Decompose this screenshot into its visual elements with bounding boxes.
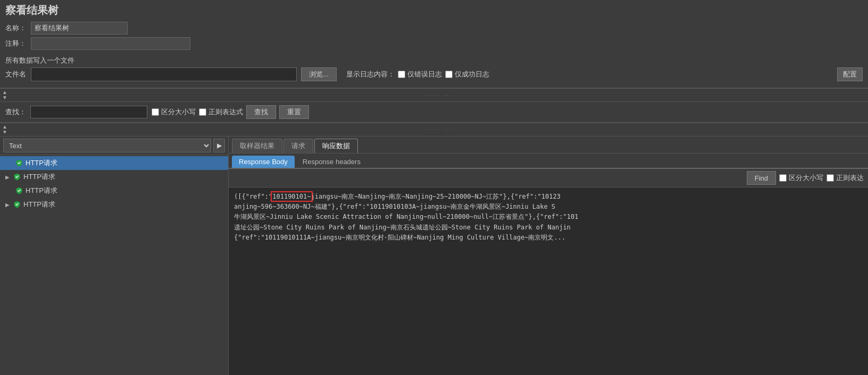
right-panel: 取样器结果 请求 响应数据 Response Body Response hea… — [229, 137, 868, 375]
content-prefix: ([{"ref":" — [234, 193, 272, 200]
divider-1: ▲ ▼ ··· ··· ··· — [0, 88, 868, 102]
file-row: 文件名 浏览... 显示日志内容： 仅错误日志 仅成功日志 配置 — [5, 67, 863, 81]
content-case-option[interactable]: 区分大小写 — [779, 173, 823, 183]
bottom-panel: Text ▶ HTTP请求 — [0, 137, 868, 375]
browse-button[interactable]: 浏览... — [301, 67, 337, 81]
tree-item[interactable]: HTTP请求 — [0, 184, 228, 198]
regex-label: 正则表达式 — [208, 107, 243, 117]
reset-button[interactable]: 重置 — [279, 105, 309, 119]
log-options: 显示日志内容： 仅错误日志 仅成功日志 — [346, 70, 489, 79]
content-area: Find 区分大小写 正则表达 ([{"ref":"101190101~jian… — [229, 169, 868, 375]
config-button[interactable]: 配置 — [837, 67, 863, 81]
response-content: ([{"ref":"101190101~jiangsu~南京~Nanjing~南… — [229, 188, 868, 375]
shield-icon — [15, 186, 23, 195]
type-selector-row: Text ▶ — [0, 137, 228, 155]
case-sensitive-option[interactable]: 区分大小写 — [152, 107, 196, 117]
comment-label: 注释： — [5, 39, 27, 48]
highlighted-ref: 101190101~ — [272, 193, 311, 200]
tree-item[interactable]: ▶ HTTP请求 — [0, 170, 228, 184]
drag-handle-2: ··· ··· ··· — [10, 127, 866, 133]
sub-tabs-row: Response Body Response headers — [229, 154, 868, 169]
tree-list: HTTP请求 ▶ HTTP请求 — [0, 155, 228, 375]
comment-row: 注释： — [5, 37, 863, 50]
content-case-label: 区分大小写 — [789, 173, 823, 183]
divider-2: ▲ ▼ ··· ··· ··· — [0, 123, 868, 137]
shield-icon — [13, 200, 21, 209]
log-options-label: 显示日志内容： — [346, 70, 395, 79]
expand-icon[interactable]: ▶ — [4, 201, 11, 208]
success-log-label: 仅成功日志 — [455, 70, 489, 79]
tree-item-label: HTTP请求 — [26, 186, 57, 195]
error-log-option[interactable]: 仅错误日志 — [398, 70, 442, 79]
type-select[interactable]: Text — [3, 139, 211, 152]
tree-item-label: HTTP请求 — [26, 158, 57, 168]
success-log-option[interactable]: 仅成功日志 — [445, 70, 489, 79]
arrow-down-1[interactable]: ▼ — [2, 95, 7, 100]
tree-item[interactable]: HTTP请求 — [0, 156, 228, 170]
content-case-checkbox[interactable] — [779, 174, 787, 182]
case-sensitive-label: 区分大小写 — [161, 107, 196, 117]
error-log-checkbox[interactable] — [398, 71, 405, 78]
content-regex-option[interactable]: 正则表达 — [827, 173, 864, 183]
name-row: 名称： — [5, 22, 863, 35]
sub-tab-body[interactable]: Response Body — [232, 156, 295, 168]
top-panel: 察看结果树 名称： 注释： 所有数据写入一个文件 文件名 浏览... 显示日志内… — [0, 0, 868, 88]
tab-response[interactable]: 响应数据 — [314, 139, 358, 153]
name-label: 名称： — [5, 23, 27, 33]
filename-label: 文件名 — [5, 70, 27, 79]
arrow-down-2[interactable]: ▼ — [2, 130, 7, 135]
filename-input[interactable] — [31, 67, 297, 81]
success-log-checkbox[interactable] — [445, 71, 453, 78]
main-tabs-row: 取样器结果 请求 响应数据 — [229, 137, 868, 154]
tab-request[interactable]: 请求 — [283, 139, 313, 153]
all-data-label: 所有数据写入一个文件 — [5, 56, 863, 65]
page-title: 察看结果树 — [5, 3, 863, 18]
name-input[interactable] — [31, 22, 128, 35]
shield-icon — [13, 173, 21, 181]
search-label: 查找： — [5, 107, 26, 117]
comment-input[interactable] — [31, 37, 190, 50]
search-row: 查找： 区分大小写 正则表达式 查找 重置 — [0, 102, 868, 123]
sub-tab-headers[interactable]: Response headers — [296, 156, 368, 168]
left-panel: Text ▶ HTTP请求 — [0, 137, 229, 375]
content-regex-label: 正则表达 — [836, 173, 864, 183]
find-button[interactable]: 查找 — [246, 105, 276, 119]
drag-handle-1: ··· ··· ··· — [10, 92, 866, 98]
find-row: Find 区分大小写 正则表达 — [229, 169, 868, 188]
expand-icon[interactable]: ▶ — [4, 174, 11, 180]
content-regex-checkbox[interactable] — [827, 174, 834, 182]
regex-option[interactable]: 正则表达式 — [199, 107, 243, 117]
content-find-button[interactable]: Find — [747, 171, 776, 185]
case-sensitive-checkbox[interactable] — [152, 108, 159, 116]
main-container: 察看结果树 名称： 注释： 所有数据写入一个文件 文件名 浏览... 显示日志内… — [0, 0, 868, 375]
shield-icon — [15, 159, 23, 167]
search-input[interactable] — [30, 106, 147, 118]
tree-item[interactable]: ▶ HTTP请求 — [0, 198, 228, 211]
collapse-arrows-2: ▲ ▼ — [2, 124, 7, 135]
regex-checkbox[interactable] — [199, 108, 206, 116]
collapse-arrows-1: ▲ ▼ — [2, 90, 7, 100]
error-log-label: 仅错误日志 — [407, 70, 442, 79]
tab-sampler[interactable]: 取样器结果 — [232, 139, 282, 153]
tree-item-label: HTTP请求 — [23, 200, 55, 209]
search-options: 区分大小写 正则表达式 查找 重置 — [152, 105, 309, 119]
tree-item-label: HTTP请求 — [23, 172, 55, 182]
collapse-left-button[interactable]: ▶ — [213, 139, 225, 152]
